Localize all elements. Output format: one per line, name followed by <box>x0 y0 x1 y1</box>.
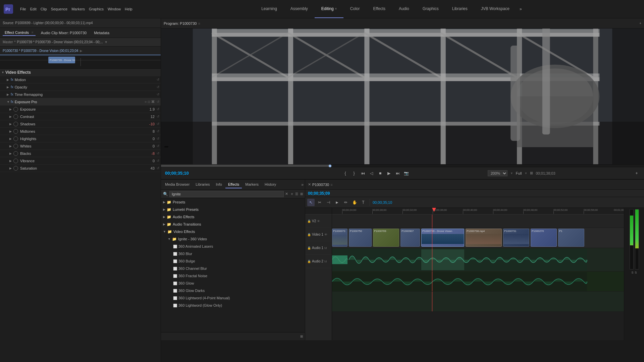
blacks-reset[interactable]: ↺ <box>157 152 159 155</box>
saturation-reset[interactable]: ↺ <box>157 166 159 170</box>
timeline-menu-icon[interactable]: ≡ <box>330 183 332 187</box>
effects-search-input[interactable] <box>169 191 284 197</box>
tab-libraries[interactable]: Libraries <box>193 181 212 188</box>
menu-file[interactable]: File <box>20 7 26 11</box>
tab-assembly[interactable]: Assembly <box>284 0 315 18</box>
tab-jvb[interactable]: JVB Workspace <box>474 0 516 18</box>
midtones-reset[interactable]: ↺ <box>157 129 159 133</box>
highlights-expand[interactable]: ▶ <box>9 137 13 140</box>
shadows-reset[interactable]: ↺ <box>157 122 159 126</box>
tree-360-lightword-4pt[interactable]: ⬜ 360 Lightword (4-Point Manual) <box>161 294 305 302</box>
text-tool[interactable]: T <box>360 199 367 206</box>
pen-tool[interactable]: ✏ <box>342 199 350 206</box>
tree-ignite-360[interactable]: ▼ 📁 Ignite - 360 Video <box>161 235 305 243</box>
effects-footer-icon[interactable]: ⊞ <box>300 335 303 338</box>
tree-audio-transitions[interactable]: ▶ 📁 Audio Transitions <box>161 221 305 228</box>
clip-p1000750[interactable]: P1000750 <box>349 229 372 247</box>
tab-history[interactable]: History <box>262 181 279 188</box>
tree-360-animated-lasers[interactable]: ⬜ 360 Animated Lasers <box>161 243 305 250</box>
video-effects-arrow[interactable]: ▼ <box>1 71 5 74</box>
midtones-value[interactable]: 8 <box>145 129 155 133</box>
highlights-keyframe[interactable] <box>13 136 18 141</box>
exposure-expand[interactable]: ▶ <box>9 108 13 111</box>
clip-p1000731[interactable]: P1000731 <box>503 229 529 247</box>
motion-expand[interactable]: ▶ <box>7 78 11 81</box>
exposure-reset[interactable]: ↺ <box>157 107 159 111</box>
tab-markers[interactable]: Markers <box>243 181 261 188</box>
clip-drone-vision[interactable]: P1000739 - Drone Vision <box>421 229 464 247</box>
tree-360-lightword-glow[interactable]: ⬜ 360 Lightword (Glow Only) <box>161 302 305 309</box>
saturation-keyframe[interactable] <box>13 166 18 171</box>
vibrance-value[interactable]: 0 <box>145 159 155 163</box>
tree-audio-effects[interactable]: ▶ 📁 Audio Effects <box>161 213 305 221</box>
tab-media-browser[interactable]: Media Browser <box>162 181 192 188</box>
shadows-keyframe[interactable] <box>13 122 18 126</box>
tree-presets[interactable]: ▶ 📁 Presets <box>161 198 305 206</box>
clip-p1000073[interactable]: P1000073 <box>332 229 347 247</box>
stop-btn[interactable]: ■ <box>377 170 384 177</box>
contrast-value[interactable]: 12 <box>145 115 155 119</box>
contrast-expand[interactable]: ▶ <box>9 115 13 118</box>
grid-view-btn[interactable]: ⊞ <box>300 192 303 196</box>
menu-clip[interactable]: Clip <box>41 7 47 11</box>
blacks-keyframe[interactable] <box>13 151 18 156</box>
tab-metadata[interactable]: Metadata <box>92 30 111 36</box>
clip-p1000907[interactable]: P1000907 <box>400 229 420 247</box>
shadows-expand[interactable]: ▶ <box>9 122 13 126</box>
highlights-reset[interactable]: ↺ <box>157 137 159 140</box>
tree-video-effects[interactable]: ▼ 📁 Video Effects <box>161 228 305 235</box>
a1-mute-btn[interactable]: M <box>324 246 327 250</box>
whites-value[interactable]: 0 <box>145 144 155 148</box>
tab-info[interactable]: Info <box>213 181 225 188</box>
v1-eye-btn[interactable]: 👁 <box>324 233 327 236</box>
tab-editing[interactable]: Editing ≡ <box>315 0 343 18</box>
motion-reset[interactable]: ↺ <box>157 78 159 81</box>
clip-p1000270[interactable]: P1000270 <box>531 229 557 247</box>
vibrance-expand[interactable]: ▶ <box>9 159 13 163</box>
selection-tool[interactable]: ↖ <box>307 199 315 206</box>
midtones-expand[interactable]: ▶ <box>9 130 13 133</box>
whites-keyframe[interactable] <box>13 144 18 148</box>
track-select-tool[interactable]: ► <box>333 199 341 206</box>
menu-graphics[interactable]: Graphics <box>89 7 104 11</box>
blacks-expand[interactable]: ▶ <box>9 152 13 155</box>
more-workspaces-btn[interactable]: » <box>516 0 525 18</box>
clip-p1000709[interactable]: P1000709 <box>373 229 399 247</box>
tab-color[interactable]: Color <box>343 0 367 18</box>
a2-mute-btn[interactable]: M <box>324 260 327 263</box>
menu-help[interactable]: Help <box>125 7 132 11</box>
razor-tool[interactable]: ✂ <box>316 199 323 206</box>
tab-graphics[interactable]: Graphics <box>416 0 445 18</box>
clip-p1-last[interactable]: P1 <box>558 229 584 247</box>
opacity-expand[interactable]: ▶ <box>7 85 11 89</box>
contrast-reset[interactable]: ↺ <box>157 115 159 118</box>
menu-edit[interactable]: Edit <box>30 7 37 11</box>
blacks-value[interactable]: -8 <box>145 152 155 156</box>
clear-search-btn[interactable]: ✕ <box>285 192 288 196</box>
menu-sequence[interactable]: Sequence <box>51 7 68 11</box>
master-dropdown-arrow[interactable]: ▼ <box>104 40 108 44</box>
tab-libraries[interactable]: Libraries <box>445 0 474 18</box>
exposure-keyframe[interactable] <box>13 107 18 112</box>
tab-effects[interactable]: Effects <box>225 181 242 188</box>
tab-audio[interactable]: Audio <box>392 0 416 18</box>
vibrance-reset[interactable]: ↺ <box>157 159 159 163</box>
exposure-pro-expand[interactable]: ▼ <box>7 100 11 104</box>
tree-360-fractal-noise[interactable]: ⬜ 360 Fractal Noise <box>161 272 305 280</box>
list-view-btn[interactable]: ☰ <box>295 192 298 196</box>
saturation-expand[interactable]: ▶ <box>9 167 13 170</box>
monitor-menu-icon[interactable]: ≡ <box>198 21 200 25</box>
tab-learning[interactable]: Learning <box>255 0 284 18</box>
tree-lumetri-presets[interactable]: ▶ 📁 Lumetri Presets <box>161 206 305 213</box>
mark-in-btn[interactable]: { <box>342 170 349 177</box>
tab-audio-clip-mixer[interactable]: Audio Clip Mixer: P1000730 <box>39 30 89 36</box>
tree-360-blur[interactable]: ⬜ 360 Blur <box>161 250 305 257</box>
add-track-btn[interactable]: + <box>633 170 640 177</box>
mark-out-btn[interactable]: } <box>351 170 358 177</box>
tree-360-glow-darks[interactable]: ⬜ 360 Glow Darks <box>161 287 305 294</box>
step-fwd-btn[interactable]: ⏭ <box>394 170 401 177</box>
play-back-btn[interactable]: ◁ <box>368 170 375 177</box>
menu-markers[interactable]: Markers <box>71 7 85 11</box>
menu-window[interactable]: Window <box>108 7 121 11</box>
tree-360-glow[interactable]: ⬜ 360 Glow <box>161 280 305 287</box>
